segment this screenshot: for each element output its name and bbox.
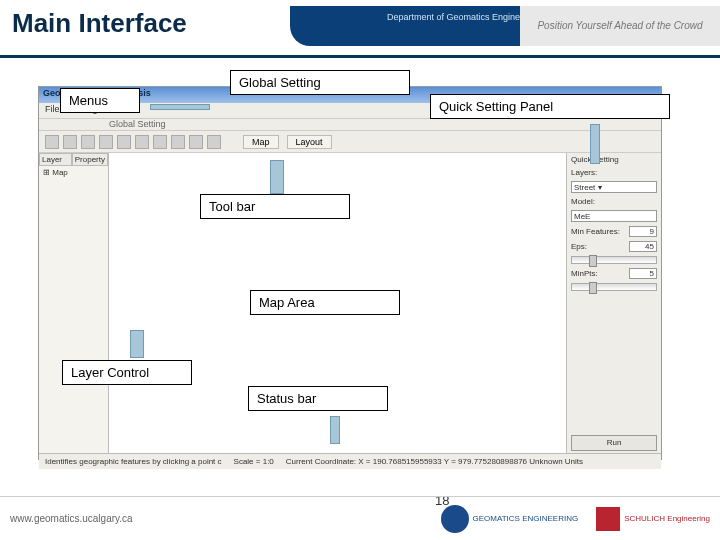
layer-panel: Layer Property ⊞ Map (39, 153, 109, 453)
quick-setting-panel: Quick Setting Layers: Street ▾ Model: Me… (567, 153, 661, 453)
callout-toolbar: Tool bar (200, 194, 350, 219)
status-hint: Identifies geographic features by clicki… (45, 457, 222, 466)
status-coord: Current Coordinate: X = 190.768515955933… (286, 457, 583, 466)
arrow-icon (130, 330, 144, 358)
tool-icon[interactable] (153, 135, 167, 149)
layer-tree[interactable]: ⊞ Map (39, 166, 108, 179)
qp-model-select[interactable]: MeE (571, 210, 657, 222)
qp-model-label: Model: (571, 197, 657, 206)
arrow-icon (270, 160, 284, 194)
global-setting-text: Global Setting (109, 119, 166, 129)
run-button[interactable]: Run (571, 435, 657, 451)
tool-icon[interactable] (117, 135, 131, 149)
slide-title: Main Interface (12, 8, 187, 39)
callout-global: Global Setting (230, 70, 410, 95)
tab-layout[interactable]: Layout (287, 135, 332, 149)
geomatics-logo-icon (441, 505, 469, 533)
arrow-icon (150, 104, 210, 110)
tool-icon[interactable] (207, 135, 221, 149)
tool-icon[interactable] (189, 135, 203, 149)
layer-root[interactable]: Map (52, 168, 68, 177)
geomatics-logo-text: GEOMATICS ENGINEERING (473, 515, 579, 523)
arrow-icon (590, 124, 600, 164)
qp-title: Quick Setting (571, 155, 657, 164)
qp-eps-slider[interactable] (571, 256, 657, 264)
tab-map[interactable]: Map (243, 135, 279, 149)
qp-eps-label: Eps: (571, 242, 587, 251)
callout-quick: Quick Setting Panel (430, 94, 670, 119)
layer-tab-layer[interactable]: Layer (39, 153, 72, 166)
qp-minfeat-label: Min Features: (571, 227, 620, 236)
callout-menus: Menus (60, 88, 140, 113)
schulich-logo-text: SCHULICH Engineering (624, 515, 710, 523)
status-scale: Scale = 1:0 (234, 457, 274, 466)
tool-icon[interactable] (45, 135, 59, 149)
menu-file[interactable]: File (45, 104, 60, 117)
tool-icon[interactable] (171, 135, 185, 149)
dept-banner: Department of Geomatics Engineering (290, 6, 550, 46)
toolbar: Map Layout (39, 131, 661, 153)
qp-minpts-slider[interactable] (571, 283, 657, 291)
callout-status: Status bar (248, 386, 388, 411)
qp-eps-input[interactable]: 45 (629, 241, 657, 252)
footer-url: www.geomatics.ucalgary.ca (10, 513, 133, 524)
tool-icon[interactable] (81, 135, 95, 149)
qp-layers-label: Layers: (571, 168, 657, 177)
layer-tab-property[interactable]: Property (72, 153, 108, 166)
tool-icon[interactable] (63, 135, 77, 149)
schulich-logo-icon (596, 507, 620, 531)
callout-map: Map Area (250, 290, 400, 315)
status-bar: Identifies geographic features by clicki… (39, 453, 661, 469)
dept-text: Department of Geomatics Engineering (290, 12, 540, 22)
tagline-banner: Position Yourself Ahead of the Crowd (520, 6, 720, 46)
arrow-icon (330, 416, 340, 444)
callout-layer: Layer Control (62, 360, 192, 385)
tool-icon[interactable] (99, 135, 113, 149)
qp-minpts-input[interactable]: 5 (629, 268, 657, 279)
qp-minfeat-input[interactable]: 9 (629, 226, 657, 237)
qp-minpts-label: MinPts: (571, 269, 598, 278)
tool-icon[interactable] (135, 135, 149, 149)
slide-header: Main Interface Department of Geomatics E… (0, 0, 720, 58)
slide-footer: www.geomatics.ucalgary.ca GEOMATICS ENGI… (0, 496, 720, 540)
qp-layers-select[interactable]: Street ▾ (571, 181, 657, 193)
